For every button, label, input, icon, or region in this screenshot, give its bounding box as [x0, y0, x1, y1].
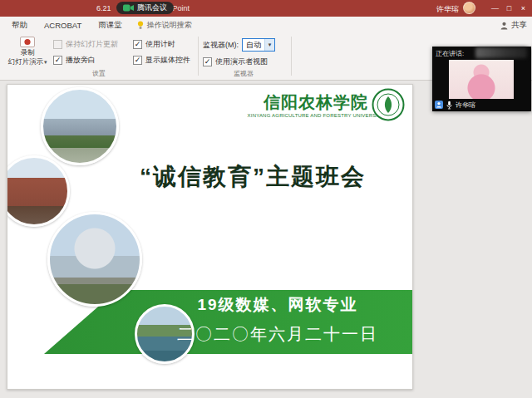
tab-acrobat[interactable]: ACROBAT: [36, 17, 90, 34]
monitor-dropdown[interactable]: 自动 ▾: [242, 38, 275, 52]
close-button[interactable]: ×: [516, 0, 530, 17]
university-name-cn: 信阳农林学院: [254, 91, 378, 114]
speaker-preview-blur: [475, 47, 527, 58]
ribbon-tabs-row: 帮助 ACROBAT 雨课堂 操作说明搜索 共享: [0, 17, 532, 34]
tab-help[interactable]: 帮助: [3, 17, 36, 34]
share-button[interactable]: 共享: [500, 17, 527, 34]
slide-canvas: 信阳农林学院 XINYANG AGRICULTURE AND FORESTRY …: [7, 84, 413, 390]
group-separator: [198, 37, 199, 76]
speaker-info-bar: 许华瑢: [435, 100, 529, 110]
campus-photo-dome-building: [47, 212, 142, 307]
checkbox-play-narrations[interactable]: ✓ 播放旁白: [53, 55, 96, 66]
checkbox-label: 使用演示者视图: [215, 57, 268, 67]
checkbox-use-presenter-view[interactable]: ✓ 使用演示者视图: [203, 57, 268, 67]
group-label-monitors: 监视器: [200, 69, 288, 78]
checkbox-label: 播放旁白: [66, 55, 96, 66]
banner-text: 19级数媒、网软专业 二〇二〇年六月二十一日: [140, 294, 413, 346]
checkbox-label: 使用计时: [145, 39, 175, 50]
person-icon: [500, 22, 508, 30]
slide-title: “诚信教育”主题班会: [103, 161, 402, 193]
checkbox-box[interactable]: ✓: [203, 57, 212, 66]
speaker-video-thumbnail: [449, 60, 514, 99]
meeting-widget[interactable]: 腾讯会议: [116, 2, 174, 14]
minimize-button[interactable]: —: [488, 0, 502, 17]
chevron-down-icon: ▾: [44, 59, 47, 65]
participant-avatar-icon: [435, 101, 443, 109]
account-name: 许华瑢: [436, 4, 459, 15]
meeting-timer: 6.21: [96, 4, 111, 12]
checkbox-label: 显示媒体控件: [145, 55, 190, 66]
titlebar: 6.21 腾讯会议 PowerPoint 许华瑢 — □ ×: [0, 0, 532, 17]
group-separator: [291, 37, 292, 76]
university-name-en: XINYANG AGRICULTURE AND FORESTRY UNIVERS…: [239, 113, 393, 118]
record-label-line2: 幻灯片演示▾: [5, 57, 50, 66]
document-area: 信阳农林学院 XINYANG AGRICULTURE AND FORESTRY …: [0, 81, 532, 398]
checkbox-keep-slides-updated[interactable]: 保持幻灯片更新: [53, 39, 118, 50]
speaking-label: 正在讲话:: [436, 49, 464, 58]
banner-line2: 二〇二〇年六月二十一日: [140, 323, 413, 346]
maximize-button[interactable]: □: [502, 0, 516, 17]
monitor-dropdown-value: 自动: [243, 40, 264, 51]
record-label-line2-text: 幻灯片演示: [7, 57, 43, 66]
meeting-speaker-panel[interactable]: 正在讲话: 许华瑢: [432, 47, 531, 111]
app-window: 6.21 腾讯会议 PowerPoint 许华瑢 — □ × 帮助 ACROBA…: [0, 0, 532, 398]
checkbox-use-timings[interactable]: ✓ 使用计时: [133, 39, 175, 50]
share-label: 共享: [511, 20, 527, 31]
group-label-settings: 设置: [5, 69, 193, 78]
checkbox-label: 保持幻灯片更新: [66, 39, 118, 50]
tell-me-search[interactable]: 操作说明搜索: [137, 20, 192, 31]
record-label-line1: 录制: [5, 48, 50, 57]
monitor-field: 监视器(M): 自动 ▾: [203, 38, 275, 52]
campus-photo-building: [41, 87, 119, 165]
account-avatar[interactable]: [463, 2, 475, 14]
checkbox-show-media-controls[interactable]: ✓ 显示媒体控件: [133, 55, 190, 66]
meeting-widget-label: 腾讯会议: [137, 2, 167, 13]
microphone-icon: [446, 101, 452, 110]
monitor-field-label: 监视器(M):: [203, 40, 239, 51]
checkbox-box[interactable]: ✓: [133, 40, 142, 49]
checkbox-box[interactable]: [53, 40, 62, 49]
campus-photo-red-building: [7, 155, 70, 227]
speaker-name: 许华瑢: [456, 101, 475, 110]
camera-icon: [123, 4, 134, 12]
tell-me-label: 操作说明搜索: [147, 20, 192, 31]
tab-rain-classroom[interactable]: 雨课堂: [90, 17, 131, 34]
banner-line1: 19级数媒、网软专业: [140, 294, 413, 316]
checkbox-box[interactable]: ✓: [133, 56, 142, 65]
university-emblem: [372, 88, 405, 121]
record-slideshow-icon: [20, 37, 35, 47]
lightbulb-icon: [137, 21, 144, 30]
chevron-down-icon[interactable]: ▾: [264, 39, 274, 51]
checkbox-box[interactable]: ✓: [53, 56, 62, 65]
